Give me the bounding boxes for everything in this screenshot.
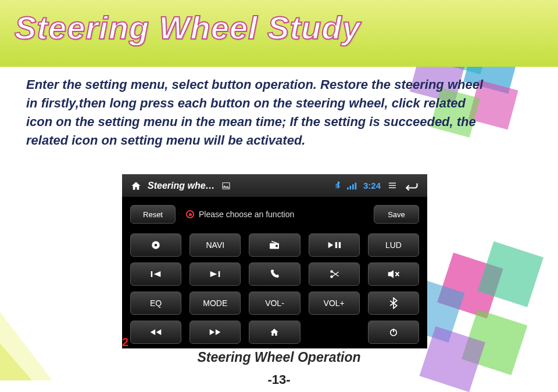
instruction-paragraph: Enter the setting menu, select button op… [26,75,488,150]
home-icon[interactable] [130,181,142,191]
svg-marker-11 [0,317,32,380]
prev-button[interactable] [130,262,181,286]
svg-rect-13 [347,187,349,189]
svg-point-24 [276,245,278,247]
caption-number: 2 [122,336,128,349]
svg-marker-35 [151,329,155,335]
menu-list-icon[interactable] [387,181,398,190]
bluetooth-icon [389,297,398,309]
action-row: Reset Please choose an function Save [122,197,427,231]
svg-rect-26 [335,242,337,248]
screenshot-caption: Steering Wheel Operation [0,350,558,365]
svg-rect-27 [338,242,340,248]
phone-icon [269,269,280,279]
power-icon [389,328,398,337]
svg-rect-18 [389,185,396,185]
eq-button[interactable]: EQ [130,292,181,315]
navi-button[interactable]: NAVI [189,233,241,257]
prev-icon [150,270,162,278]
status-time: 3:24 [363,181,381,190]
svg-marker-34 [388,270,394,278]
power-button[interactable] [368,321,419,344]
volup-button[interactable]: VOL+ [309,292,360,315]
record-indicator-icon [186,210,194,218]
forward-button[interactable] [189,321,241,344]
phone-button[interactable] [249,262,300,286]
svg-rect-6 [478,241,543,307]
home-grid-icon [269,328,280,337]
svg-marker-36 [156,329,161,335]
next-button[interactable] [189,262,241,286]
image-icon[interactable] [221,181,231,190]
mode-button[interactable]: MODE [189,292,241,315]
save-button[interactable]: Save [374,205,419,224]
device-screenshot: Steering whe… 3:24 Reset Please [122,174,427,348]
svg-line-23 [272,242,278,243]
svg-rect-5 [437,253,503,318]
svg-rect-31 [219,271,220,277]
navi-label: NAVI [206,240,224,250]
svg-point-21 [155,244,158,247]
function-grid: NAVI LUD EQ MODE VOL- VOL+ [122,231,427,351]
forward-icon [209,328,221,336]
lud-label: LUD [385,240,402,250]
page-number: -13- [0,372,558,387]
page-title: Steering Wheel Study [15,9,361,46]
return-icon[interactable] [404,181,419,190]
settings-cut-icon [329,269,339,279]
svg-marker-37 [210,329,214,335]
disc-button[interactable] [130,233,181,257]
rewind-button[interactable] [130,321,181,344]
playpause-icon [327,240,341,250]
bluetooth-status-icon [334,181,341,190]
mute-icon [387,269,400,279]
svg-rect-15 [352,184,354,189]
voldown-button[interactable]: VOL- [249,292,300,315]
reset-button[interactable]: Reset [130,205,176,224]
next-icon [209,270,221,278]
settings-cut-button[interactable] [309,262,360,286]
svg-rect-16 [355,182,356,189]
svg-rect-14 [349,186,351,189]
playpause-button[interactable] [309,233,360,257]
signal-icon [347,182,357,190]
svg-marker-29 [154,271,161,277]
svg-marker-30 [210,271,217,277]
disc-icon [151,240,161,250]
svg-rect-28 [151,271,153,277]
lud-button[interactable]: LUD [368,233,419,257]
svg-marker-10 [0,282,52,380]
eq-label: EQ [150,299,162,308]
svg-rect-8 [462,310,527,375]
mute-button[interactable] [368,262,419,286]
mode-label: MODE [203,299,227,308]
svg-rect-19 [389,187,396,188]
home-button[interactable] [249,321,300,344]
svg-rect-17 [389,182,396,183]
choose-function-label: Please choose an function [199,210,294,219]
voldown-label: VOL- [265,299,284,308]
status-title: Steering whe… [148,181,215,191]
volup-label: VOL+ [324,299,345,308]
bluetooth-button[interactable] [368,292,419,315]
svg-marker-25 [328,242,333,248]
rewind-icon [149,328,162,336]
choose-function-message: Please choose an function [176,210,374,219]
radio-icon [269,240,280,250]
status-bar: Steering whe… 3:24 [122,174,427,197]
radio-button[interactable] [249,233,300,257]
svg-marker-38 [216,329,220,335]
